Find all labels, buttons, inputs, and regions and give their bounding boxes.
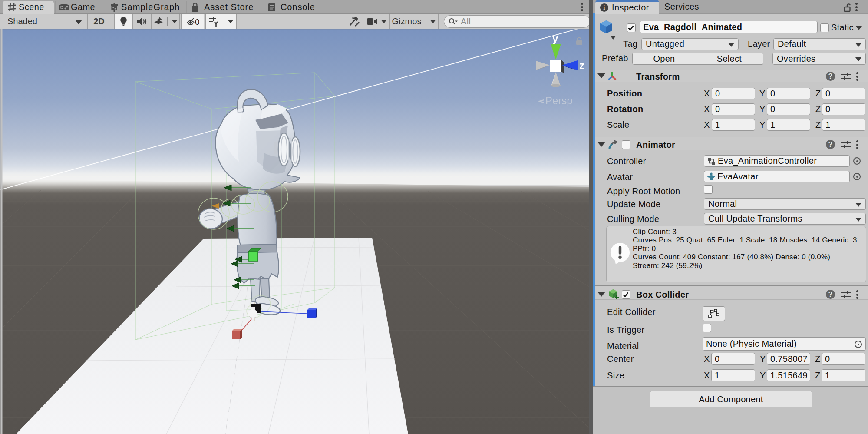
- svg-text:Persp: Persp: [545, 95, 573, 106]
- svg-text:0: 0: [195, 17, 199, 26]
- svg-text:y: y: [552, 33, 558, 44]
- svg-text:z: z: [579, 60, 584, 71]
